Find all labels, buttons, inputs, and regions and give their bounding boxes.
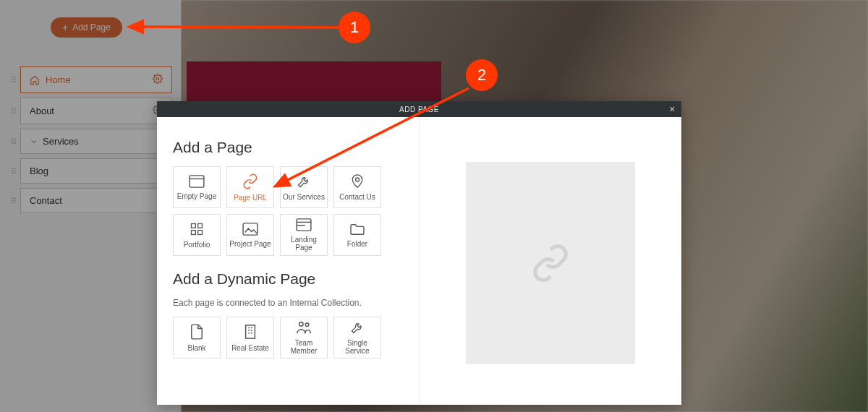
annotation-step-1: 1	[339, 12, 370, 43]
svg-line-23	[275, 88, 469, 186]
annotation-arrows	[0, 0, 868, 412]
annotation-step-2: 2	[466, 59, 498, 91]
svg-line-22	[129, 27, 341, 27]
